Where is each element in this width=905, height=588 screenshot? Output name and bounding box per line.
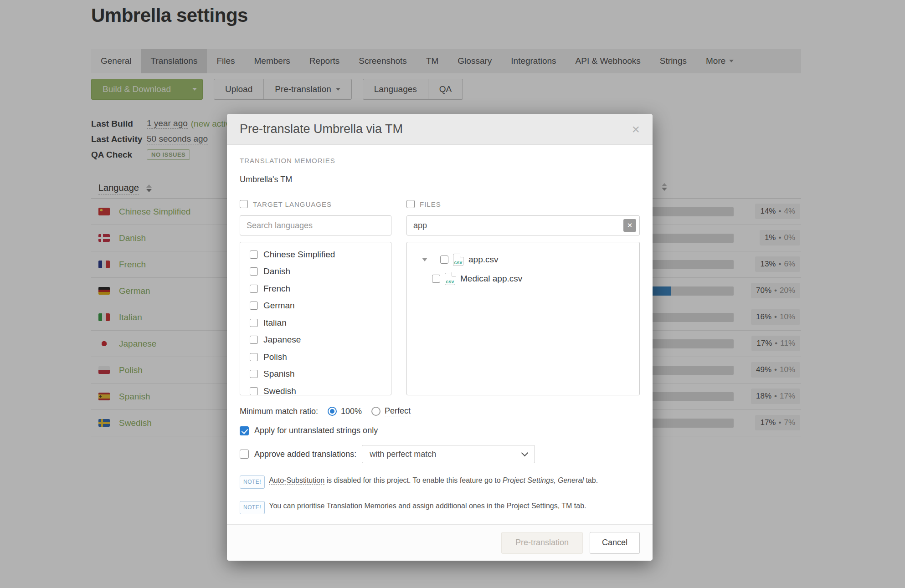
translation-memories-label: TRANSLATION MEMORIES [240, 157, 640, 164]
file-name[interactable]: app.csv [468, 255, 498, 265]
csv-file-icon: csv [445, 273, 455, 285]
apply-untranslated-row: Apply for untranslated strings only [240, 426, 640, 435]
match-perfect-label[interactable]: Perfect [385, 406, 411, 416]
note-prioritise-tm: NOTE! You can prioritise Translation Mem… [240, 501, 640, 514]
close-icon[interactable]: × [632, 123, 640, 136]
tree-collapse-icon[interactable] [422, 258, 427, 261]
approve-translations-label[interactable]: Approve added translations: [254, 450, 356, 459]
file-checkbox[interactable] [440, 256, 448, 264]
list-item: Polish [240, 348, 391, 366]
modal-body: TRANSLATION MEMORIES Umbrella's TM TARGE… [227, 145, 653, 524]
modal-footer: Pre-translation Cancel [227, 524, 653, 561]
chevron-down-icon [521, 449, 529, 456]
match-perfect-radio[interactable] [371, 407, 381, 416]
search-languages-input[interactable] [240, 215, 391, 235]
list-item: Spanish [240, 366, 391, 383]
csv-file-icon: csv [453, 254, 463, 266]
files-label: FILES [420, 200, 441, 208]
target-languages-label: TARGET LANGUAGES [253, 200, 332, 208]
match-100-radio[interactable] [328, 407, 337, 416]
language-checkbox[interactable] [250, 302, 258, 310]
tree-row: csv Medical app.csv [407, 271, 639, 287]
files-filter-input[interactable] [406, 215, 640, 235]
language-checkbox[interactable] [250, 336, 258, 344]
note-auto-substitution: NOTE! Auto-Substitution is disabled for … [240, 475, 640, 489]
list-item: Japanese [240, 332, 391, 349]
clear-filter-icon[interactable]: ✕ [623, 219, 636, 232]
page: Umbrella settings General Translations F… [0, 0, 905, 588]
language-checkbox[interactable] [250, 370, 258, 378]
target-languages-select-all-checkbox[interactable] [240, 200, 248, 208]
files-tree: csv app.csv csv Medical app.csv [406, 242, 640, 395]
modal-title: Pre-translate Umbrella via TM [240, 122, 632, 136]
pre-translate-modal: Pre-translate Umbrella via TM × TRANSLAT… [227, 114, 653, 561]
target-languages-column: TARGET LANGUAGES Chinese Simplified Dani… [240, 199, 391, 395]
note-badge: NOTE! [240, 476, 265, 489]
tm-name: Umbrella's TM [240, 175, 640, 184]
tree-row: csv app.csv [407, 251, 639, 268]
file-name[interactable]: Medical app.csv [460, 274, 522, 284]
pre-translation-submit-button[interactable]: Pre-translation [501, 532, 583, 554]
list-item: Chinese Simplified [240, 246, 391, 263]
list-item: Danish [240, 263, 391, 281]
files-select-all-checkbox[interactable] [406, 200, 415, 208]
note-badge: NOTE! [240, 501, 265, 514]
language-checkbox[interactable] [250, 267, 258, 276]
apply-untranslated-checkbox[interactable] [240, 426, 249, 435]
file-checkbox[interactable] [432, 275, 440, 283]
language-checkbox[interactable] [250, 251, 258, 259]
list-item: German [240, 297, 391, 315]
list-item: Italian [240, 314, 391, 332]
list-item: French [240, 280, 391, 297]
language-checkbox[interactable] [250, 353, 258, 361]
approve-translations-row: Approve added translations: with perfect… [240, 445, 640, 463]
list-item: Swedish [240, 383, 391, 395]
auto-substitution-link[interactable]: Auto-Substitution [269, 476, 324, 485]
cancel-button[interactable]: Cancel [590, 532, 640, 554]
language-checkbox[interactable] [250, 319, 258, 327]
approve-translations-checkbox[interactable] [240, 450, 249, 459]
language-checkbox[interactable] [250, 387, 258, 395]
minimum-match-ratio-label: Minimum match ratio: [240, 407, 318, 416]
approve-mode-select[interactable]: with perfect match [362, 445, 535, 463]
language-checkbox[interactable] [250, 285, 258, 293]
files-column: FILES ✕ csv app.csv [406, 199, 640, 395]
languages-list: Chinese Simplified Danish French German … [240, 242, 391, 395]
apply-untranslated-label[interactable]: Apply for untranslated strings only [254, 426, 378, 435]
match-100-label[interactable]: 100% [341, 407, 362, 416]
modal-header: Pre-translate Umbrella via TM × [227, 114, 653, 145]
minimum-match-ratio-row: Minimum match ratio: 100% Perfect [240, 406, 640, 416]
